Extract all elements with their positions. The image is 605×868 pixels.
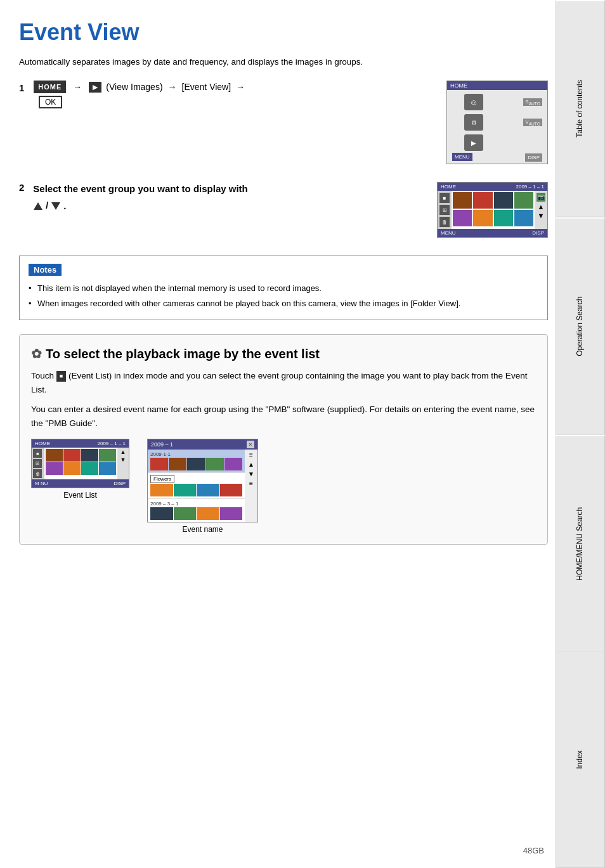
mini-icon-1: ■ [33, 449, 42, 458]
dialog-item-3-label: 2009 – 3 – 1 [150, 501, 242, 507]
intro-text: Automatically separates images by date a… [19, 57, 548, 67]
event-view-text: [Event View] [182, 82, 231, 92]
grid-view-body: ■ ⊞ 🗑 [438, 191, 547, 229]
grid-icon-2: ⊞ [439, 205, 450, 215]
tab-operation-search[interactable]: Operation Search [556, 217, 605, 435]
triangle-down-icon [51, 202, 60, 210]
thumb-1 [453, 192, 472, 209]
page-title: Event View [19, 19, 548, 46]
dialog-title: 2009 – 1 [151, 441, 173, 448]
dialog-item-2: Flowers [148, 473, 245, 499]
mini-right: ▲ ▼ [117, 448, 129, 479]
step-2-section: 2 Select the event group you want to dis… [19, 182, 548, 238]
dialog-body: 2009-1-1 F [148, 450, 257, 522]
mini-thumb-1 [46, 449, 63, 462]
step-1-left: 1 HOME → ▶ (View Images) → [Event View] … [19, 81, 434, 108]
mini-thumb-7 [81, 462, 98, 475]
d-thumb-6 [150, 484, 173, 496]
d-thumb-8 [197, 484, 219, 496]
step-1-section: 1 HOME → ▶ (View Images) → [Event View] … [19, 81, 548, 164]
d-thumb-7 [174, 484, 197, 496]
d-thumb-12 [197, 507, 219, 520]
page-number: 48GB [523, 846, 544, 855]
dialog-nav-top: ≡ [249, 451, 253, 458]
home-button-icon: HOME [34, 81, 66, 93]
d-thumb-5 [224, 458, 242, 470]
notes-header: Notes [29, 264, 62, 276]
mini-left: ■ ⊞ 🗑 [32, 448, 44, 479]
grid-nav-down: ▼ [538, 212, 545, 219]
dialog-right-nav: ≡ ▲ ▼ ≡ [245, 450, 257, 522]
d-thumb-10 [150, 507, 173, 520]
mini-thumb-5 [46, 462, 63, 475]
grid-menu-bottom: MENU [441, 230, 456, 236]
mini-body: ■ ⊞ 🗑 [32, 448, 129, 479]
main-content: Event View Automatically separates image… [19, 0, 548, 583]
grid-icon-3: 🗑 [439, 217, 450, 227]
camera-icon-smile: ☺ [464, 94, 483, 110]
grid-date-label: 2009 – 1 – 1 [516, 184, 544, 190]
note-item-2: When images recorded with other cameras … [29, 297, 538, 310]
tip-screenshots: HOME 2009 – 1 – 1 ■ ⊞ 🗑 [31, 439, 536, 534]
mini-nav-dn: ▼ [120, 457, 126, 463]
mini-thumb-3 [81, 449, 98, 462]
thumb-8 [514, 210, 533, 226]
event-name-dialog: 2009 – 1 × 2009-1-1 [147, 439, 258, 522]
step-2-text: Select the event group you want to displ… [33, 182, 247, 214]
tab-home-menu-search[interactable]: HOME/MENU Search [556, 435, 605, 652]
dialog-item-3-thumbs [150, 507, 242, 520]
event-name-screenshot-container: 2009 – 1 × 2009-1-1 [147, 439, 258, 534]
ok-button-icon: OK [39, 96, 62, 108]
dialog-item-1: 2009-1-1 [148, 450, 245, 473]
thumb-6 [473, 210, 492, 226]
grid-disp-bottom: DISP [532, 230, 544, 236]
event-list-mini-screen: HOME 2009 – 1 – 1 ■ ⊞ 🗑 [31, 439, 129, 488]
camera-icon-grid: ☺ SAUTO ⚙ VAUTO ▶ [447, 90, 547, 164]
thumbnail-grid [452, 191, 535, 229]
step-1-row: 1 HOME → ▶ (View Images) → [Event View] … [19, 81, 434, 93]
grid-bottom-bar: MENU DISP [438, 229, 547, 237]
arrow-3: → [236, 82, 245, 92]
tab-table-of-contents[interactable]: Table of contents [556, 0, 605, 217]
arrow-2: → [168, 82, 177, 92]
d-thumb-11 [174, 507, 197, 520]
thumb-5 [453, 210, 472, 226]
d-thumb-13 [220, 507, 243, 520]
grid-right-icon-camera: 📷 [537, 193, 545, 202]
flowers-label: Flowers [150, 475, 174, 483]
disp-label: DISP [525, 153, 542, 162]
d-thumb-2 [169, 458, 186, 470]
notes-list: This item is not displayed when the inte… [29, 282, 538, 309]
mini-nav-up: ▲ [120, 449, 126, 455]
d-thumb-9 [220, 484, 243, 496]
tip-section: ✿ To select the playback image by the ev… [19, 334, 548, 545]
tip-body-1: Touch ■ (Event List) in index mode and y… [31, 369, 536, 396]
tip-icon: ✿ [31, 346, 42, 361]
dialog-item-1-thumbs [150, 458, 242, 470]
home-label: HOME [450, 82, 467, 89]
dialog-item-1-label: 2009-1-1 [150, 451, 242, 457]
sauto-label: SAUTO [523, 98, 542, 107]
event-list-label: Event List [31, 491, 129, 500]
step-2-number: 2 [19, 182, 24, 193]
d-thumb-4 [206, 458, 224, 470]
event-list-screenshot-container: HOME 2009 – 1 – 1 ■ ⊞ 🗑 [31, 439, 129, 500]
tip-body-2: You can enter a desired event name for e… [31, 403, 536, 430]
thumb-2 [473, 192, 492, 209]
thumb-4 [514, 192, 533, 209]
thumb-7 [494, 210, 513, 226]
dialog-item-2-thumbs [150, 484, 242, 496]
view-images-text: (View Images) [106, 82, 162, 92]
dialog-close-button[interactable]: × [247, 441, 254, 448]
triangle-up-icon [34, 202, 42, 210]
vauto-label: VAUTO [523, 119, 542, 127]
mini-icon-3: 🗑 [33, 469, 42, 478]
step-2-left: 2 Select the event group you want to dis… [19, 182, 424, 214]
mini-header: HOME 2009 – 1 – 1 [32, 439, 129, 448]
tip-title: ✿ To select the playback image by the ev… [31, 346, 536, 361]
tab-index[interactable]: Index [556, 652, 605, 868]
camera-icon-settings: ⚙ [464, 114, 483, 131]
grid-icon-1: ■ [439, 193, 450, 203]
step-1-number: 1 [19, 82, 24, 93]
grid-view-header: HOME 2009 – 1 – 1 [438, 183, 547, 191]
